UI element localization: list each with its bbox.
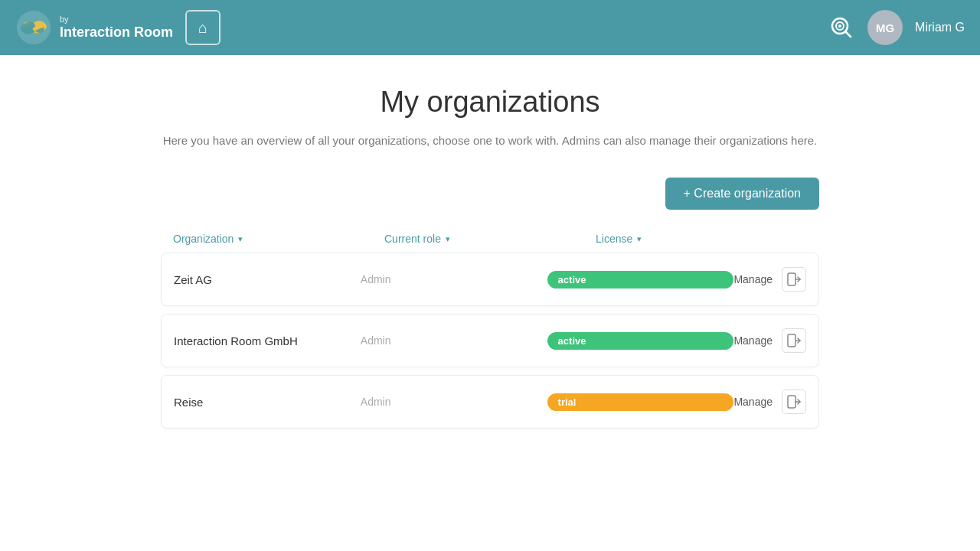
enter-icon bbox=[787, 272, 801, 286]
col-header-role[interactable]: Current role ▾ bbox=[384, 233, 596, 245]
enter-icon bbox=[787, 395, 801, 409]
home-icon: ⌂ bbox=[198, 19, 207, 37]
user-name[interactable]: Miriam G bbox=[915, 21, 965, 34]
org-role: Admin bbox=[361, 334, 547, 347]
svg-rect-6 bbox=[788, 334, 795, 347]
enter-organization-button[interactable] bbox=[782, 328, 806, 353]
org-table: Zeit AG Admin active Manage Interaction … bbox=[161, 253, 819, 429]
avatar[interactable]: MG bbox=[867, 10, 903, 45]
col-header-license[interactable]: License ▾ bbox=[596, 233, 807, 245]
status-badge: active bbox=[547, 332, 734, 350]
table-row: Interaction Room GmbH Admin active Manag… bbox=[161, 314, 819, 367]
table-row: Reise Admin trial Manage bbox=[161, 375, 819, 429]
manage-link[interactable]: Manage bbox=[733, 396, 773, 408]
home-button[interactable]: ⌂ bbox=[185, 10, 220, 45]
chevron-down-icon: ▾ bbox=[238, 234, 243, 244]
svg-point-4 bbox=[838, 24, 841, 28]
enter-organization-button[interactable] bbox=[782, 390, 806, 414]
svg-rect-7 bbox=[788, 396, 795, 408]
row-actions: Manage bbox=[733, 328, 806, 353]
actions-row: + Create organization bbox=[161, 178, 819, 210]
manage-link[interactable]: Manage bbox=[733, 273, 773, 285]
svg-rect-5 bbox=[788, 273, 795, 285]
page-description: Here you have an overview of all your or… bbox=[161, 134, 819, 147]
row-actions: Manage bbox=[733, 267, 806, 292]
org-name: Interaction Room GmbH bbox=[174, 334, 361, 347]
chevron-down-icon: ▾ bbox=[637, 234, 642, 244]
chat-icon[interactable] bbox=[828, 14, 855, 41]
svg-line-3 bbox=[845, 31, 851, 37]
enter-organization-button[interactable] bbox=[782, 267, 806, 292]
row-actions: Manage bbox=[733, 390, 806, 414]
header-right: MG Miriam G bbox=[828, 10, 965, 45]
table-header: Organization ▾ Current role ▾ License ▾ bbox=[161, 225, 819, 253]
org-name: Zeit AG bbox=[174, 273, 361, 286]
status-badge: active bbox=[547, 271, 734, 289]
enter-icon bbox=[787, 334, 801, 347]
page-title: My organizations bbox=[161, 86, 819, 119]
org-name: Reise bbox=[174, 396, 361, 409]
header-left: by Interaction Room ⌂ bbox=[15, 9, 220, 46]
create-organization-button[interactable]: + Create organization bbox=[665, 178, 819, 210]
logo[interactable]: by Interaction Room bbox=[15, 9, 173, 46]
col-header-organization[interactable]: Organization ▾ bbox=[173, 233, 384, 245]
org-role: Admin bbox=[361, 273, 547, 285]
chevron-down-icon: ▾ bbox=[446, 234, 450, 244]
logo-text: by Interaction Room bbox=[60, 15, 173, 41]
org-role: Admin bbox=[361, 396, 547, 408]
main-content: My organizations Here you have an overvi… bbox=[145, 55, 835, 467]
logo-icon bbox=[15, 9, 52, 46]
status-badge: trial bbox=[547, 393, 734, 411]
manage-link[interactable]: Manage bbox=[733, 334, 773, 347]
table-row: Zeit AG Admin active Manage bbox=[161, 253, 819, 306]
header: by Interaction Room ⌂ MG Miriam G bbox=[0, 0, 980, 55]
